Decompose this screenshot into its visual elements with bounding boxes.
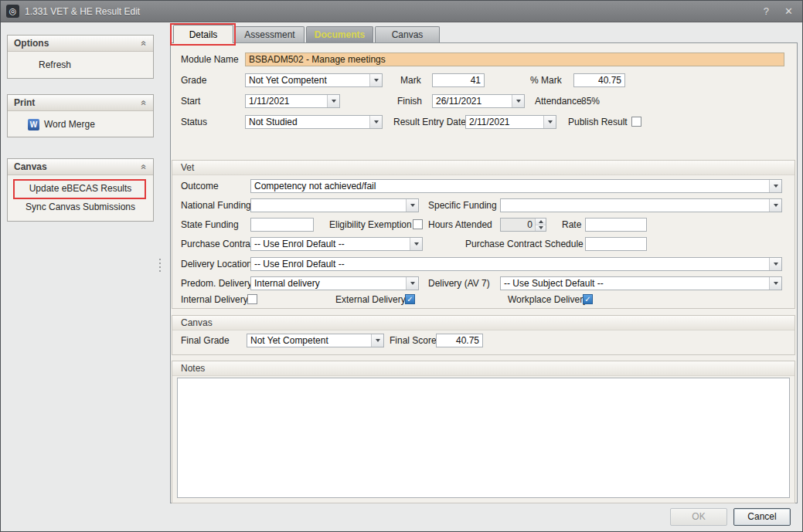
result-entry-date-value: 2/11/2021 — [469, 117, 510, 127]
word-merge-label: Word Merge — [44, 115, 95, 134]
splitter-handle[interactable] — [157, 26, 162, 503]
purchase-contract-select[interactable]: -- Use Enrol Default -- — [250, 237, 423, 251]
dropdown-arrow-icon[interactable] — [769, 199, 781, 212]
canvas-panel-header[interactable]: Canvas « — [8, 159, 153, 175]
collapse-chevron-icon[interactable]: « — [139, 100, 150, 106]
tab-documents[interactable]: Documents — [306, 26, 373, 42]
dropdown-arrow-icon[interactable] — [371, 334, 383, 347]
dropdown-arrow-icon[interactable] — [327, 95, 339, 107]
tab-details[interactable]: Details — [173, 25, 233, 43]
national-funding-select[interactable] — [250, 198, 419, 212]
help-icon[interactable]: ? — [764, 5, 769, 17]
notes-group-title: Notes — [172, 361, 794, 376]
predom-delivery-label: Predom. Delivery — [181, 276, 252, 290]
final-score-input[interactable]: 40.75 — [436, 334, 483, 347]
outcome-select[interactable]: Competency not achieved/fail — [250, 179, 782, 193]
specific-funding-label: Specific Funding — [428, 198, 497, 212]
final-grade-value: Not Yet Competent — [250, 335, 328, 346]
window-title: 1.331 VET & HE Result Edit — [25, 6, 748, 17]
purchase-contract-label: Purchase Contract — [181, 237, 257, 251]
options-panel-header[interactable]: Options « — [8, 36, 153, 52]
canvas-panel: Canvas « Update eBECAS Results Sync Canv… — [7, 158, 154, 222]
titlebar[interactable]: ◎ 1.331 VET & HE Result Edit ? ✕ — [1, 1, 802, 22]
delivery-location-value: -- Use Enrol Default -- — [254, 259, 345, 269]
predom-delivery-value: Internal delivery — [254, 278, 320, 289]
spin-down-icon[interactable] — [536, 225, 546, 232]
app-icon: ◎ — [6, 5, 19, 18]
start-date-select[interactable]: 1/11/2021 — [245, 94, 340, 108]
vet-group-title: Vet — [172, 161, 794, 175]
word-merge-button[interactable]: W Word Merge — [8, 115, 153, 134]
finish-date-select[interactable]: 26/11/2021 — [432, 94, 525, 108]
update-ebecas-results-button[interactable]: Update eBECAS Results — [8, 179, 153, 198]
delivery-av7-label: Delivery (AV 7) — [428, 276, 490, 290]
cancel-button[interactable]: Cancel — [733, 508, 791, 526]
dropdown-arrow-icon[interactable] — [769, 180, 781, 192]
predom-delivery-select[interactable]: Internal delivery — [250, 276, 419, 290]
final-score-label: Final Score — [390, 334, 437, 347]
sync-canvas-submissions-button[interactable]: Sync Canvas Submissions — [8, 198, 153, 216]
collapse-chevron-icon[interactable]: « — [139, 41, 150, 46]
dropdown-arrow-icon[interactable] — [369, 116, 382, 128]
external-delivery-checkbox[interactable] — [405, 294, 415, 304]
workplace-delivery-checkbox[interactable] — [583, 294, 593, 304]
internal-delivery-checkbox[interactable] — [247, 294, 257, 304]
rate-label: Rate — [562, 218, 581, 232]
dropdown-arrow-icon[interactable] — [769, 258, 781, 270]
ok-button[interactable]: OK — [670, 508, 727, 526]
refresh-button[interactable]: Refresh — [8, 56, 153, 74]
spin-up-icon[interactable] — [536, 219, 546, 225]
publish-result-checkbox[interactable] — [631, 117, 641, 127]
mark-input[interactable]: 41 — [432, 73, 485, 87]
publish-result-label: Publish Result — [568, 115, 628, 129]
print-panel-header[interactable]: Print « — [8, 95, 153, 111]
tab-canvas[interactable]: Canvas — [375, 26, 440, 42]
result-entry-date-select[interactable]: 2/11/2021 — [465, 115, 556, 129]
delivery-av7-select[interactable]: -- Use Subject Default -- — [500, 276, 782, 290]
options-panel-title: Options — [14, 38, 141, 49]
rate-input[interactable] — [585, 218, 647, 232]
tab-assessment[interactable]: Assessment — [235, 26, 305, 42]
hours-attended-spinner[interactable]: 0 — [500, 218, 546, 232]
grade-value: Not Yet Competent — [249, 75, 327, 86]
workplace-delivery-label: Workplace Delivery — [508, 293, 587, 307]
specific-funding-select[interactable] — [500, 198, 782, 212]
delivery-location-label: Delivery Location — [181, 257, 252, 271]
outcome-value: Competency not achieved/fail — [254, 181, 376, 191]
attendance-value: 85% — [581, 94, 600, 108]
grade-select[interactable]: Not Yet Competent — [245, 73, 383, 87]
details-tab-page: Module Name BSBADM502 - Manage meetings … — [170, 42, 798, 503]
dropdown-arrow-icon[interactable] — [769, 277, 781, 290]
eligibility-exemption-label: Eligibility Exemption — [329, 218, 412, 232]
eligibility-exemption-checkbox[interactable] — [413, 219, 423, 229]
dropdown-arrow-icon[interactable] — [406, 277, 418, 290]
finish-date-value: 26/11/2021 — [436, 96, 481, 107]
dropdown-arrow-icon[interactable] — [369, 74, 382, 86]
collapse-chevron-icon[interactable]: « — [139, 164, 150, 170]
grade-label: Grade — [181, 73, 206, 87]
dropdown-arrow-icon[interactable] — [410, 238, 422, 250]
delivery-location-select[interactable]: -- Use Enrol Default -- — [250, 257, 782, 271]
purchase-contract-schedule-input[interactable] — [585, 237, 647, 251]
purchase-contract-schedule-label: Purchase Contract Schedule — [465, 237, 584, 251]
canvas-group-title: Canvas — [172, 316, 794, 330]
state-funding-input[interactable] — [250, 218, 314, 232]
state-funding-label: State Funding — [181, 218, 239, 232]
internal-delivery-label: Internal Delivery — [181, 293, 248, 307]
final-grade-select[interactable]: Not Yet Competent — [247, 334, 384, 347]
finish-label: Finish — [397, 94, 422, 108]
pct-mark-input[interactable]: 40.75 — [573, 73, 625, 87]
status-select[interactable]: Not Studied — [245, 115, 383, 129]
close-icon[interactable]: ✕ — [784, 5, 793, 17]
notes-textarea[interactable] — [177, 378, 790, 498]
start-label: Start — [181, 94, 200, 108]
dropdown-arrow-icon[interactable] — [406, 199, 418, 212]
dropdown-arrow-icon[interactable] — [512, 95, 524, 107]
status-label: Status — [181, 115, 207, 129]
print-panel: Print « W Word Merge — [7, 94, 154, 137]
module-name-field[interactable]: BSBADM502 - Manage meetings — [245, 53, 784, 66]
canvas-panel-title: Canvas — [14, 161, 141, 172]
word-icon: W — [28, 119, 39, 130]
dropdown-arrow-icon[interactable] — [543, 116, 556, 128]
external-delivery-label: External Delivery — [335, 293, 406, 307]
